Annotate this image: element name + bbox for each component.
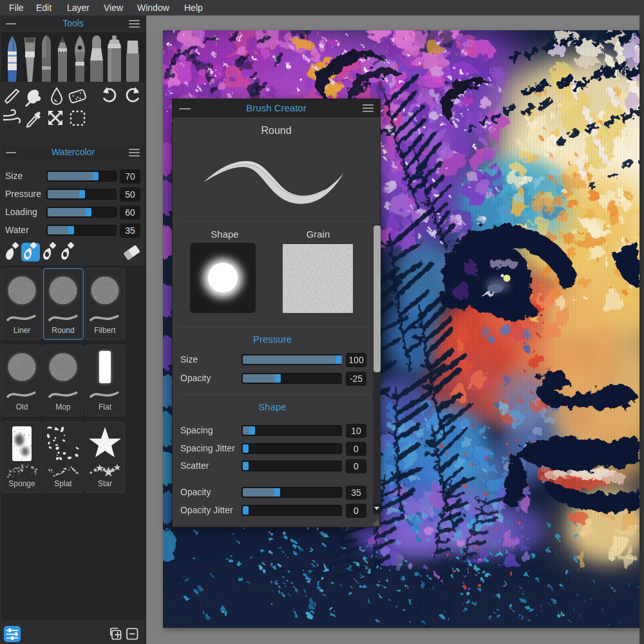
svg-text:Round: Round: [52, 326, 74, 335]
svg-text:Star: Star: [98, 479, 112, 488]
svg-text:Mop: Mop: [55, 402, 71, 412]
svg-text:Filbert: Filbert: [94, 326, 116, 335]
svg-text:Flat: Flat: [99, 402, 112, 412]
svg-text:Old: Old: [16, 402, 28, 412]
svg-text:Sponge: Sponge: [8, 479, 35, 488]
svg-text:Splat: Splat: [54, 479, 72, 488]
svg-text:Liner: Liner: [14, 326, 31, 335]
